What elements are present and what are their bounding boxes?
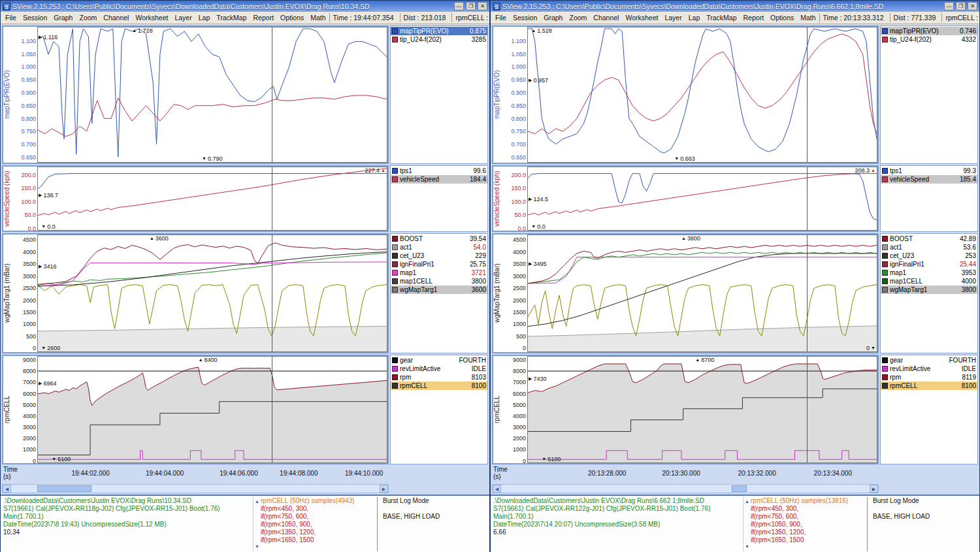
up-triangle-icon[interactable]: ▲ xyxy=(745,498,749,506)
menu-trackmap[interactable]: TrackMap xyxy=(703,12,740,23)
legend-item[interactable]: cet_U23229 xyxy=(391,252,487,260)
down-triangle-icon[interactable]: ▼ xyxy=(745,543,749,551)
legend-item[interactable]: mapTipPR(EVO)0.746 xyxy=(881,27,977,35)
menu-report[interactable]: Report xyxy=(250,12,278,23)
window-title: SView 2.15.253 : C:\Users\Public\Documen… xyxy=(502,3,942,10)
maximize-button[interactable]: ❐ xyxy=(956,2,966,10)
horizontal-scrollbar[interactable]: ◀ ▶ xyxy=(2,484,389,493)
legend-item[interactable]: tip_U24-f(202)4332 xyxy=(881,35,977,44)
rpmcell-plot[interactable]: ▶6964 ▲8400 ▼5100 xyxy=(37,356,387,463)
menu-layer[interactable]: Layer xyxy=(661,12,685,23)
log-file-info: .\DownloadedData\Customers\Justin EVOX\D… xyxy=(3,497,253,551)
close-button[interactable]: ✕ xyxy=(968,2,977,10)
legend-item[interactable]: tip_U24-f(202)3285 xyxy=(391,35,487,44)
scroll-left-arrow[interactable]: ◀ xyxy=(3,485,11,493)
y-tick-label: 1.000 xyxy=(511,63,526,70)
down-triangle-icon[interactable]: ▼ xyxy=(255,543,259,551)
legend-item[interactable]: wgMapTarg13800 xyxy=(881,285,977,294)
close-button[interactable]: ✕ xyxy=(478,2,487,10)
vehiclespeed-plot[interactable]: ▶138.7 227.4▲ ▼0.0 xyxy=(37,167,387,231)
wgmaptarg-plot[interactable]: ▶3495 ▲3800 0▼ xyxy=(527,235,877,352)
maptippr-plot[interactable]: ▶1.116 ▲1.728 ▼0.790 xyxy=(37,27,387,163)
legend-item[interactable]: act153.6 xyxy=(881,243,977,252)
menu-lap[interactable]: Lap xyxy=(195,12,214,23)
menu-report[interactable]: Report xyxy=(740,12,768,23)
legend-item[interactable]: cet_U23253 xyxy=(881,252,977,260)
legend-item[interactable]: map13953 xyxy=(881,268,977,277)
y-tick-label: 5000 xyxy=(23,402,36,408)
legend-item[interactable]: act154.0 xyxy=(391,243,487,252)
wgmaptarg-plot[interactable]: ▶3416 ▲3600 ▼2600 xyxy=(37,235,387,352)
legend-item[interactable]: ignFinalPri125.44 xyxy=(881,260,977,268)
min-marker: ▼0.0 xyxy=(531,223,545,230)
maptippr-plot[interactable]: ▶0.957 ▲1.528 ▼0.663 xyxy=(527,27,877,163)
legend-item[interactable]: map1CELL4000 xyxy=(881,277,977,285)
legend-item[interactable]: revLimitActiveIDLE xyxy=(391,365,487,373)
menu-options[interactable]: Options xyxy=(767,12,797,23)
menu-math[interactable]: Math xyxy=(307,12,329,23)
maximize-button[interactable]: ❐ xyxy=(466,2,476,10)
legend-item[interactable]: rpmCELL8100 xyxy=(881,382,977,390)
legend-item[interactable]: wgMapTarg13600 xyxy=(391,285,487,294)
titlebar[interactable]: S SView 2.15.253 : C:\Users\Public\Docum… xyxy=(491,1,979,12)
menu-channel[interactable]: Channel xyxy=(590,12,622,23)
legend-item[interactable]: tps199.3 xyxy=(881,167,977,175)
max-marker: ▲8400 xyxy=(199,357,218,363)
time-axis: Time(s) 19:44:02.00019:44:04.00019:44:06… xyxy=(2,466,389,483)
menu-file[interactable]: File xyxy=(492,12,510,23)
titlebar[interactable]: S SView 2.15.253 : C:\Users\Public\Docum… xyxy=(1,1,489,12)
y-tick-label: 150.0 xyxy=(21,185,36,191)
legend-item[interactable]: rpm8103 xyxy=(391,373,487,382)
menu-session[interactable]: Session xyxy=(20,12,50,23)
legend-item[interactable]: BOOST42.89 xyxy=(881,235,977,243)
menu-file[interactable]: File xyxy=(2,12,20,23)
cursor-value-marker: ▶3416 xyxy=(39,263,56,270)
y-tick-label: 2000 xyxy=(23,297,36,304)
y-tick-label: 0.650 xyxy=(511,154,526,161)
y-tick-labels: 450040003500300025002000150010005000 xyxy=(503,235,527,352)
up-triangle-icon[interactable]: ▲ xyxy=(255,498,259,506)
menu-graph[interactable]: Graph xyxy=(50,12,76,23)
menu-worksheet[interactable]: Worksheet xyxy=(132,12,171,23)
legend-item[interactable]: gearFOURTH xyxy=(391,356,487,365)
scroll-thumb[interactable] xyxy=(732,485,747,492)
legend-item[interactable]: ignFinalPri125.75 xyxy=(391,260,487,268)
menu-math[interactable]: Math xyxy=(797,12,819,23)
legend-item[interactable]: vehicleSpeed185.4 xyxy=(881,175,977,184)
legend-item[interactable]: mapTipPR(EVO)0.875 xyxy=(391,27,487,35)
menu-lap[interactable]: Lap xyxy=(685,12,704,23)
channel-spinner[interactable]: ▲▼ xyxy=(253,497,261,551)
log-file-path: .\DownloadedData\Customers\Justin EVOX\D… xyxy=(493,497,743,505)
scroll-left-arrow[interactable]: ◀ xyxy=(493,485,501,493)
legend-item[interactable]: rpm8119 xyxy=(881,373,977,382)
legend-item[interactable]: vehicleSpeed184.4 xyxy=(391,175,487,184)
menu-options[interactable]: Options xyxy=(277,12,307,23)
menu-session[interactable]: Session xyxy=(510,12,540,23)
right-triangle-icon: ▶ xyxy=(39,34,42,41)
vehiclespeed-plot[interactable]: ▶124.5 208.3▲ ▼0.0 xyxy=(527,167,877,231)
menu-layer[interactable]: Layer xyxy=(171,12,195,23)
legend-item[interactable]: map13721 xyxy=(391,268,487,277)
legend-item[interactable]: rpmCELL8100 xyxy=(391,382,487,390)
minimize-button[interactable]: — xyxy=(454,2,464,10)
scroll-right-arrow[interactable]: ▶ xyxy=(870,485,878,493)
menu-zoom[interactable]: Zoom xyxy=(76,12,100,23)
menu-zoom[interactable]: Zoom xyxy=(566,12,590,23)
horizontal-scrollbar[interactable]: ◀ ▶ xyxy=(492,484,879,493)
scroll-right-arrow[interactable]: ▶ xyxy=(380,485,388,493)
minimize-button[interactable]: — xyxy=(944,2,954,10)
menu-trackmap[interactable]: TrackMap xyxy=(213,12,250,23)
legend-item[interactable]: revLimitActiveIDLE xyxy=(881,365,977,373)
menu-channel[interactable]: Channel xyxy=(100,12,132,23)
legend-item[interactable]: gearFOURTH xyxy=(881,356,977,365)
rpmcell-plot[interactable]: ▶7430 ▲8700 ▼5100 xyxy=(527,356,877,463)
menu-graph[interactable]: Graph xyxy=(540,12,566,23)
legend-item[interactable]: tps199.6 xyxy=(391,167,487,175)
menu-worksheet[interactable]: Worksheet xyxy=(622,12,661,23)
channel-spinner[interactable]: ▲▼ xyxy=(743,497,751,551)
y-tick-label: 0.0 xyxy=(517,225,526,232)
legend-item[interactable]: map1CELL3800 xyxy=(391,277,487,285)
y-tick-label: 1000 xyxy=(513,321,526,327)
scroll-thumb[interactable] xyxy=(37,485,91,492)
legend-item[interactable]: BOOST39.54 xyxy=(391,235,487,243)
